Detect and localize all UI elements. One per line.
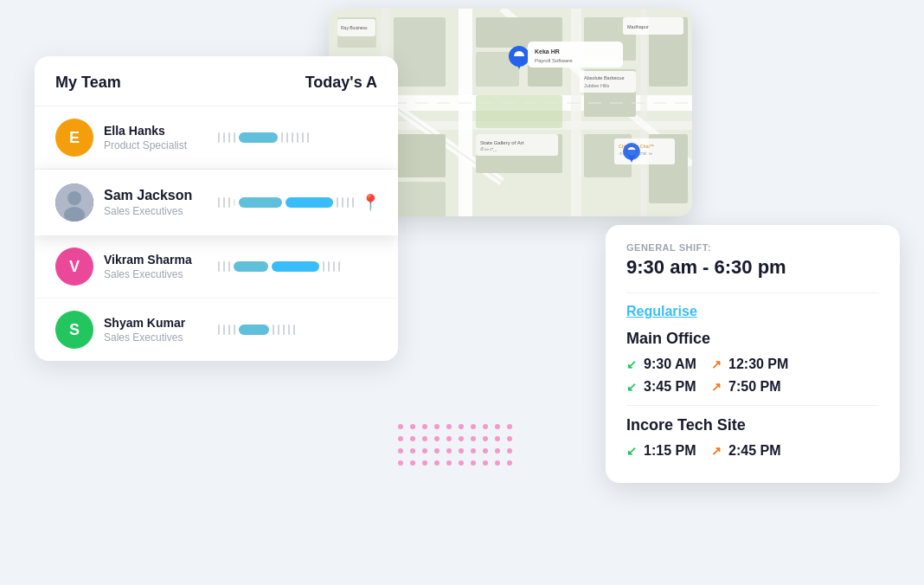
time-in-3: 1:15 PM — [644, 443, 704, 459]
today-label: Today's A — [305, 74, 377, 92]
svg-text:Jubilee Hills: Jubilee Hills — [584, 83, 610, 88]
avatar-ella: E — [55, 119, 93, 157]
member-role-shyam: Sales Executives — [104, 331, 208, 344]
member-role-sam: Sales Executives — [104, 205, 208, 217]
timeline-ella — [218, 125, 377, 151]
svg-text:Payroll Software: Payroll Software — [535, 58, 573, 63]
svg-rect-19 — [394, 182, 446, 216]
regularise-link[interactable]: Regularise — [626, 304, 879, 319]
member-name-sam: Sam Jackson — [104, 188, 208, 203]
time-out-1: 12:30 PM — [728, 357, 789, 372]
my-team-title: My Team — [55, 74, 121, 92]
time-row-3: ↙ 1:15 PM ↗ 2:45 PM — [626, 443, 879, 459]
time-in-2: 3:45 PM — [644, 379, 704, 395]
member-name-ella: Ella Hanks — [104, 124, 208, 138]
svg-rect-39 — [580, 71, 636, 93]
time-out-icon-2: ↗ — [711, 380, 722, 394]
time-out-icon-3: ↗ — [711, 444, 722, 458]
svg-text:Absolute Barbecue: Absolute Barbecue — [584, 75, 624, 80]
timeline-sam: 📍 — [218, 190, 380, 215]
svg-rect-3 — [459, 9, 472, 216]
location-main-office: Main Office — [626, 330, 879, 348]
member-info-ella: Ella Hanks Product Specialist — [104, 124, 208, 151]
timeline-vikram — [218, 254, 377, 280]
time-in-1: 9:30 AM — [644, 357, 704, 372]
member-role-vikram: Sales Executives — [104, 268, 208, 280]
location-pin-sam: 📍 — [361, 193, 380, 212]
svg-rect-18 — [394, 134, 446, 177]
time-out-icon-1: ↗ — [711, 357, 722, 371]
team-list: E Ella Hanks Product Specialist — [35, 106, 398, 361]
divider-1 — [626, 292, 879, 293]
svg-text:Madhapur: Madhapur — [627, 24, 649, 29]
time-out-2: 7:50 PM — [728, 379, 789, 395]
svg-point-55 — [67, 191, 81, 205]
svg-rect-4 — [571, 9, 581, 216]
time-out-3: 2:45 PM — [728, 443, 789, 459]
svg-rect-26 — [476, 95, 562, 128]
member-info-shyam: Shyam Kumar Sales Executives — [104, 316, 208, 344]
team-panel-header: My Team Today's A — [35, 56, 398, 106]
member-role-ella: Product Specialist — [104, 139, 208, 151]
divider-2 — [626, 405, 879, 406]
member-row-sam[interactable]: Sam Jackson Sales Executives 📍 — [35, 170, 398, 235]
member-row-vikram[interactable]: V Vikram Sharma Sales Executives — [35, 235, 398, 299]
member-row-shyam[interactable]: S Shyam Kumar Sales Executives — [35, 299, 398, 361]
time-row-2: ↙ 3:45 PM ↗ 7:50 PM — [626, 379, 879, 395]
shift-info-card: GENERAL SHIFT: 9:30 am - 6:30 pm Regular… — [606, 225, 900, 483]
svg-rect-31 — [528, 42, 623, 68]
member-name-shyam: Shyam Kumar — [104, 316, 208, 330]
dots-decoration-bottom — [398, 424, 512, 466]
member-row-ella[interactable]: E Ella Hanks Product Specialist — [35, 106, 398, 170]
avatar-shyam: S — [55, 311, 93, 349]
avatar-vikram: V — [55, 248, 93, 286]
svg-text:Keka HR: Keka HR — [535, 48, 560, 55]
shift-time-value: 9:30 am - 6:30 pm — [626, 256, 879, 279]
svg-rect-12 — [394, 17, 446, 87]
svg-rect-6 — [640, 9, 647, 216]
time-in-icon-2: ↙ — [626, 380, 637, 394]
svg-text:State Gallery of Art: State Gallery of Art — [480, 140, 524, 145]
general-shift-label: GENERAL SHIFT: — [626, 242, 879, 253]
time-in-icon-3: ↙ — [626, 444, 637, 458]
member-info-vikram: Vikram Sharma Sales Executives — [104, 253, 208, 280]
svg-text:తెలంగా...: తెలంగా... — [480, 147, 497, 152]
timeline-shyam — [218, 317, 377, 343]
member-info-sam: Sam Jackson Sales Executives — [104, 188, 208, 217]
avatar-sam — [55, 183, 93, 222]
member-name-vikram: Vikram Sharma — [104, 253, 208, 267]
team-panel: My Team Today's A E Ella Hanks Product S… — [35, 56, 398, 361]
time-in-icon-1: ↙ — [626, 357, 637, 371]
location-incore-tech: Incore Tech Site — [626, 416, 879, 434]
svg-text:Ray Business: Ray Business — [341, 25, 368, 30]
time-row-1: ↙ 9:30 AM ↗ 12:30 PM — [626, 357, 879, 372]
